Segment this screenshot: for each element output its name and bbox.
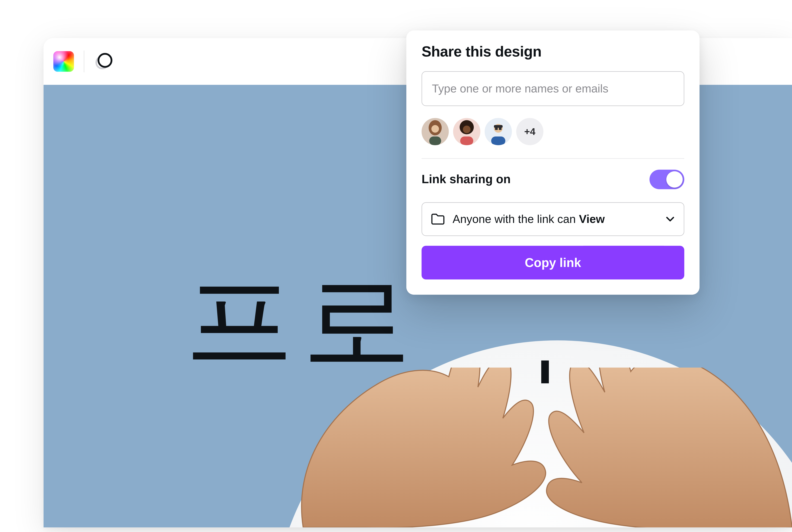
transparency-icon[interactable] [94,52,113,71]
copy-link-button[interactable]: Copy link [421,246,684,280]
avatar-overflow-count[interactable]: +4 [516,118,544,145]
divider [421,158,684,159]
toggle-knob [666,171,683,188]
collaborator-avatars: +4 [421,118,684,145]
svg-rect-13 [494,125,503,128]
share-title: Share this design [421,43,684,60]
avatar[interactable] [453,118,480,145]
text-caret-mark [541,361,549,383]
avatar[interactable] [485,118,512,145]
toolbar-divider [84,51,84,72]
share-popover: Share this design +4 Link sharing on [406,31,699,294]
svg-point-9 [463,126,470,133]
svg-rect-14 [491,136,505,145]
svg-rect-16 [499,128,502,130]
link-permission-select[interactable]: Anyone with the link can View [421,202,684,236]
link-sharing-label: Link sharing on [421,172,510,187]
link-sharing-row: Link sharing on [421,170,684,189]
svg-rect-10 [460,136,473,145]
link-permission-text: Anyone with the link can View [453,213,658,226]
svg-rect-6 [429,136,441,145]
link-sharing-toggle[interactable] [649,170,684,189]
chevron-down-icon [665,214,675,224]
folder-icon [431,213,445,225]
color-picker-swatch[interactable] [53,51,74,72]
avatar[interactable] [421,118,449,145]
canvas-headline-text[interactable]: 프로 [185,248,420,395]
svg-rect-15 [495,128,498,130]
share-recipients-input[interactable] [421,71,684,106]
svg-point-5 [431,125,439,133]
svg-point-1 [98,54,112,67]
